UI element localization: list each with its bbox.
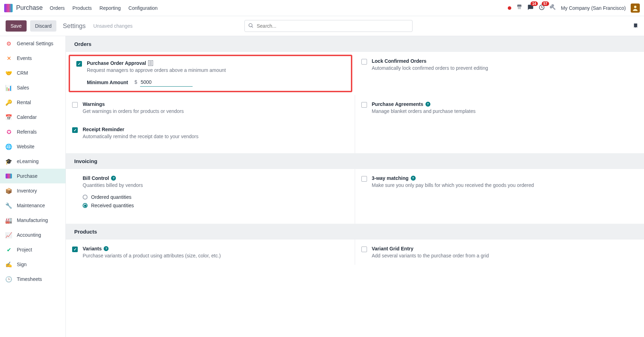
accounting-icon: 📈	[5, 231, 13, 239]
app-title[interactable]: Purchase	[16, 4, 43, 12]
checkbox-receipt-reminder[interactable]	[72, 127, 78, 133]
search-input[interactable]	[244, 20, 413, 32]
setting-desc: Make sure you only pay bills for which y…	[372, 182, 636, 188]
search-icon	[248, 23, 254, 29]
radio-icon	[83, 195, 88, 200]
setting-lock-orders: Lock Confirmed Orders Automatically lock…	[355, 52, 644, 95]
tools-icon[interactable]	[550, 4, 556, 12]
sidebar-item-maintenance[interactable]: 🔧Maintenance	[0, 198, 65, 213]
activity-badge: 57	[542, 1, 549, 6]
sidebar-item-referrals[interactable]: ✪Referrals	[0, 124, 65, 139]
sidebar-label: Manufacturing	[17, 217, 48, 223]
timesheets-icon: 🕒	[5, 275, 13, 283]
nav-orders[interactable]: Orders	[50, 5, 65, 11]
sidebar-item-elearning[interactable]: 🎓eLearning	[0, 154, 65, 169]
user-avatar[interactable]	[631, 4, 640, 13]
highlight-box: Purchase Order Approval Request managers…	[69, 55, 352, 92]
setting-agreements: Purchase Agreements ? Manage blanket ord…	[355, 95, 644, 120]
sidebar-label: eLearning	[17, 159, 39, 164]
control-bar: Save Discard Settings Unsaved changes	[0, 16, 644, 36]
nav-configuration[interactable]: Configuration	[129, 5, 158, 11]
checkbox-po-approval[interactable]	[76, 61, 82, 67]
setting-variant-grid: Variant Grid Entry Add several variants …	[355, 240, 644, 265]
sidebar-label: Purchase	[17, 173, 37, 179]
radio-received-qty[interactable]: Received quantities	[83, 201, 346, 210]
save-button[interactable]: Save	[6, 20, 27, 32]
checkbox-3way-matching[interactable]	[361, 176, 367, 182]
sidebar-item-website[interactable]: 🌐Website	[0, 139, 65, 154]
sidebar-item-crm[interactable]: 🤝CRM	[0, 66, 65, 80]
discuss-icon[interactable]: 14	[527, 4, 534, 12]
setting-desc: Quantities billed by vendors	[83, 182, 346, 188]
sidebar-label: Accounting	[17, 232, 41, 238]
section-header-products: Products	[66, 224, 644, 240]
nav-products[interactable]: Products	[72, 5, 92, 11]
project-icon: ✔	[5, 246, 13, 254]
setting-desc: Request managers to approve orders above…	[87, 67, 345, 73]
sidebar-item-timesheets[interactable]: 🕒Timesheets	[0, 272, 65, 287]
setting-receipt: Receipt Reminder Automatically remind th…	[66, 120, 355, 153]
sidebar-label: Sales	[17, 85, 29, 90]
page-title: Settings	[63, 22, 85, 30]
sidebar-item-rental[interactable]: 🔑Rental	[0, 95, 65, 110]
svg-point-2	[249, 23, 252, 27]
help-icon[interactable]: ?	[111, 176, 116, 181]
gear-icon: ⚙	[5, 40, 13, 47]
help-icon[interactable]: ?	[104, 246, 109, 251]
events-icon: ✕	[5, 54, 13, 62]
checkbox-agreements[interactable]	[361, 102, 367, 108]
sidebar-item-inventory[interactable]: 📦Inventory	[0, 183, 65, 198]
phone-icon[interactable]	[516, 4, 522, 12]
radio-label: Received quantities	[91, 203, 134, 208]
setting-title: Warnings	[83, 101, 105, 107]
sidebar-item-purchase[interactable]: Purchase	[0, 169, 65, 183]
setting-3way-matching: 3-way matching ? Make sure you only pay …	[355, 169, 644, 224]
nav-reporting[interactable]: Reporting	[99, 5, 121, 11]
status-dot-icon[interactable]	[508, 6, 511, 10]
purchase-icon	[5, 172, 13, 180]
help-icon[interactable]: ?	[425, 102, 430, 107]
settings-content: Orders Purchase Order Approval Request m…	[66, 36, 644, 337]
sidebar-item-accounting[interactable]: 📈Accounting	[0, 228, 65, 242]
unsaved-indicator: Unsaved changes	[93, 23, 132, 29]
setting-title: Purchase Order Approval	[87, 60, 146, 66]
sidebar-label: Calendar	[17, 114, 37, 120]
top-nav: Purchase Orders Products Reporting Confi…	[0, 0, 644, 16]
company-icon[interactable]	[148, 60, 153, 66]
checkbox-variants[interactable]	[72, 247, 78, 252]
bookmark-icon[interactable]	[633, 22, 638, 30]
checkbox-lock-orders[interactable]	[361, 59, 367, 65]
setting-desc: Get warnings in orders for products or v…	[83, 108, 346, 114]
min-amount-input[interactable]	[140, 78, 193, 87]
help-icon[interactable]: ?	[411, 176, 416, 181]
setting-desc: Add several variants to the purchase ord…	[372, 253, 636, 258]
sidebar-label: Maintenance	[17, 203, 45, 208]
website-icon: 🌐	[5, 143, 13, 150]
sidebar-item-manufacturing[interactable]: 🏭Manufacturing	[0, 213, 65, 228]
radio-ordered-qty[interactable]: Ordered quantities	[83, 193, 346, 201]
sidebar-item-events[interactable]: ✕Events	[0, 51, 65, 66]
svg-point-1	[634, 6, 637, 8]
checkbox-warnings[interactable]	[72, 102, 78, 108]
app-logo-icon[interactable]	[4, 4, 13, 12]
setting-desc: Automatically lock confirmed orders to p…	[372, 65, 636, 71]
sidebar-item-calendar[interactable]: 📅Calendar	[0, 110, 65, 124]
setting-desc: Purchase variants of a product using att…	[83, 253, 346, 258]
sidebar-item-project[interactable]: ✔Project	[0, 242, 65, 257]
sidebar-label: Sign	[17, 262, 27, 267]
discard-button[interactable]: Discard	[30, 20, 56, 32]
sidebar-label: Inventory	[17, 188, 37, 194]
sidebar-label: Project	[17, 247, 32, 252]
sidebar-label: Rental	[17, 100, 31, 105]
checkbox-variant-grid[interactable]	[361, 247, 367, 252]
inventory-icon: 📦	[5, 187, 13, 195]
setting-title: Purchase Agreements	[372, 101, 423, 107]
sidebar-item-sales[interactable]: 📊Sales	[0, 80, 65, 95]
setting-desc: Automatically remind the receipt date to…	[83, 134, 346, 139]
section-header-orders: Orders	[66, 36, 644, 52]
activity-icon[interactable]: 57	[539, 4, 545, 12]
referrals-icon: ✪	[5, 128, 13, 136]
company-selector[interactable]: My Company (San Francisco)	[561, 5, 626, 11]
sidebar-item-sign[interactable]: ✍Sign	[0, 257, 65, 272]
sidebar-item-general[interactable]: ⚙General Settings	[0, 36, 65, 51]
